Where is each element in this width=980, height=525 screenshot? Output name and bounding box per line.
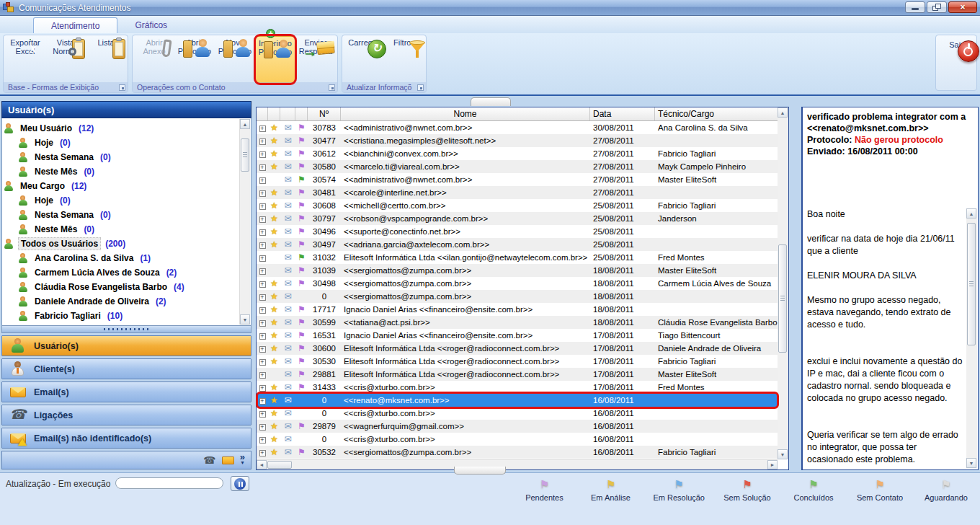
collapse-handle-top[interactable] (471, 97, 511, 106)
tree-item[interactable]: Neste Mês (0) (4, 222, 251, 237)
column-nome[interactable]: Nome (341, 107, 590, 120)
scroll-down-icon[interactable]: ▼ (778, 449, 788, 459)
expand-icon[interactable]: + (259, 268, 266, 275)
collapse-handle-bottom[interactable] (454, 467, 506, 475)
table-row[interactable]: + ★ ✉ ⚑ 0 <<cris@xturbo.com.br>> 16/08/2… (257, 433, 779, 446)
accordion-client[interactable]: Cliente(s) (1, 358, 251, 379)
tree-item[interactable]: Carmem Lúcia Alves de Souza (2) (4, 265, 251, 280)
close-button[interactable]: × (948, 1, 977, 13)
table-row[interactable]: + ★ ✉ ⚑ 30496 <<suporte@conectinfo.net.b… (257, 225, 779, 238)
expand-icon[interactable]: + (259, 229, 266, 236)
expand-icon[interactable]: + (259, 450, 266, 456)
expand-icon[interactable]: + (259, 203, 266, 210)
abrir-protocolo-button[interactable]: Abrir Protocolo (174, 36, 215, 83)
accordion-phone[interactable]: Ligações (1, 405, 251, 425)
accordion-mail[interactable]: Email(s) (1, 381, 251, 402)
table-row[interactable]: + ★ ✉ ⚑ 30532 <<sergiomattos@zumpa.com.b… (257, 446, 779, 459)
table-row[interactable]: + ★ ✉ ⚑ 30574 <<administrativo@nwnet.com… (257, 173, 779, 186)
scroll-up-icon[interactable]: ▲ (966, 208, 976, 219)
enviar-resposta-button[interactable]: Enviar Resposta (295, 36, 336, 83)
scroll-down-icon[interactable]: ▼ (240, 314, 250, 325)
inserir-no-protocolo-button[interactable]: Inserir no Protocolo (255, 36, 295, 83)
envelope-small-icon[interactable] (222, 456, 234, 464)
expand-icon[interactable]: + (259, 177, 266, 184)
pause-button[interactable] (231, 476, 249, 491)
dialog-launcher-icon[interactable] (329, 84, 335, 91)
table-row[interactable]: + ★ ✉ ⚑ 30481 <<carole@interline.net.br>… (257, 186, 779, 199)
tree-item[interactable]: Ana Carolina S. da Silva (1) (4, 251, 251, 265)
grid-vertical-scrollbar[interactable]: ▲ ▼ (778, 107, 788, 459)
tab-atendimento[interactable]: Atendimento (33, 17, 117, 33)
table-row[interactable]: + ★ ✉ ⚑ 29881 Elitesoft Informática Ltda… (257, 368, 779, 381)
carregar-button[interactable]: Carregar (344, 36, 384, 83)
column-tecnico[interactable]: Técnico/Cargo (655, 107, 788, 120)
phone-small-icon[interactable]: ☎ (203, 455, 215, 465)
table-row[interactable]: + ★ ✉ ⚑ 31433 <<cris@xturbo.com.br>> 17/… (257, 381, 779, 394)
configure-buttons-icon[interactable]: »▾ (240, 454, 245, 466)
tree-item[interactable]: Todos os Usuários (200) (4, 237, 251, 251)
detail-scrollbar[interactable]: ▲ ▼ (966, 208, 977, 468)
expand-icon[interactable]: + (259, 333, 266, 340)
table-row[interactable]: + ★ ✉ ⚑ 30599 <<tatiana@act.psi.br>> 18/… (257, 316, 779, 329)
tree-item[interactable]: Nesta Semana (0) (4, 150, 251, 164)
tree-item[interactable]: Daniele Andrade de Oliveira (2) (4, 294, 251, 309)
tree-item[interactable]: Nesta Semana (0) (4, 208, 251, 222)
expand-icon[interactable]: + (259, 372, 266, 379)
table-row[interactable]: + ★ ✉ ⚑ 30608 <<michell@certto.com.br>> … (257, 199, 779, 212)
expand-icon[interactable]: + (259, 255, 266, 262)
grid-horizontal-scrollbar[interactable]: ◄ ► (257, 459, 778, 469)
expand-icon[interactable]: + (259, 138, 266, 145)
table-row[interactable]: + ★ ✉ ⚑ 0 <<cris@xturbo.com.br>> 16/08/2… (257, 407, 779, 420)
table-row[interactable]: + ★ ✉ ⚑ 30477 <<cristiana.megasimples@el… (257, 134, 779, 147)
table-row[interactable]: + ★ ✉ ⚑ 30797 <<robson@vspcampogrande.co… (257, 212, 779, 225)
tree-scroll-thumb[interactable] (241, 138, 249, 172)
expand-icon[interactable]: + (259, 294, 266, 301)
accordion-user-green[interactable]: Usuário(s) (1, 335, 251, 356)
table-row[interactable]: + ★ ✉ ⚑ 31032 Elitesoft Informática Ltda… (257, 251, 779, 264)
table-row[interactable]: + ★ ✉ ⚑ 0 <<renato@mksnet.com.br>> 16/08… (257, 394, 779, 407)
tree-item[interactable]: Fabricio Tagliari (10) (4, 309, 251, 323)
tree-item[interactable]: Neste Mês (0) (4, 164, 251, 179)
sidebar-splitter[interactable] (1, 326, 251, 333)
tree-item[interactable]: Hoje (0) (4, 136, 251, 150)
expand-icon[interactable]: + (259, 385, 266, 392)
table-row[interactable]: + ★ ✉ ⚑ 16531 Ignacio Daniel Arias <<fin… (257, 329, 779, 342)
table-row[interactable]: + ★ ✉ ⚑ 30612 <<bianchini@convex.com.br>… (257, 147, 779, 160)
tree-scrollbar[interactable]: ▲ ▼ (239, 119, 250, 325)
tree-item[interactable]: Hoje (0) (4, 193, 251, 208)
accordion-mail-warn[interactable]: Email(s) não identificado(s) (1, 428, 251, 449)
sair-button[interactable]: Sair (935, 35, 977, 91)
exportar-excel-button[interactable]: Exportar Excel (5, 36, 45, 83)
column-data[interactable]: Data (590, 107, 655, 120)
table-row[interactable]: + ★ ✉ ⚑ 30783 <<administrativo@nwnet.com… (257, 121, 779, 134)
dialog-launcher-icon[interactable] (119, 84, 125, 91)
expand-icon[interactable]: + (259, 307, 266, 314)
table-row[interactable]: + ★ ✉ ⚑ 29879 <<wagnerfurquim@gmail.com>… (257, 420, 779, 433)
expand-icon[interactable]: + (259, 320, 266, 327)
filtros-button[interactable]: Filtros (384, 36, 424, 83)
table-row[interactable]: + ★ ✉ ⚑ 30580 <<marcelo.ti@viareal.com.b… (257, 160, 779, 173)
dialog-launcher-icon[interactable] (417, 84, 424, 91)
expand-icon[interactable]: + (259, 190, 266, 197)
scroll-down-icon[interactable]: ▼ (966, 458, 976, 468)
tree-item[interactable]: Cláudia Rose Evangelista Barbo (4) (4, 280, 251, 294)
column-numero[interactable]: Nº (308, 107, 341, 120)
expand-icon[interactable]: + (259, 242, 266, 249)
scroll-up-icon[interactable]: ▲ (778, 107, 788, 118)
table-row[interactable]: + ★ ✉ ⚑ 0 <<sergiomattos@zumpa.com.br>> … (257, 290, 779, 303)
scroll-up-icon[interactable]: ▲ (240, 119, 250, 129)
expand-icon[interactable]: + (259, 411, 266, 418)
expand-icon[interactable]: + (259, 125, 266, 132)
table-row[interactable]: + ★ ✉ ⚑ 30600 Elitesoft Informática Ltda… (257, 342, 779, 355)
table-row[interactable]: + ★ ✉ ⚑ 30498 <<sergiomattos@zumpa.com.b… (257, 277, 779, 290)
table-row[interactable]: + ★ ✉ ⚑ 30530 Elitesoft Informática Ltda… (257, 355, 779, 368)
grid-scroll-thumb[interactable] (778, 244, 787, 353)
expand-icon[interactable]: + (259, 164, 266, 171)
table-row[interactable]: + ★ ✉ ⚑ 31039 <<sergiomattos@zumpa.com.b… (257, 264, 779, 277)
minimize-button[interactable] (905, 1, 925, 13)
abrir-anexo-button[interactable]: Abrir Anexo (134, 36, 174, 83)
scroll-right-icon[interactable]: ► (767, 460, 778, 469)
detail-scroll-thumb[interactable] (967, 223, 976, 345)
expand-icon[interactable]: + (259, 151, 266, 158)
tab-graficos[interactable]: Gráficos (117, 17, 184, 33)
